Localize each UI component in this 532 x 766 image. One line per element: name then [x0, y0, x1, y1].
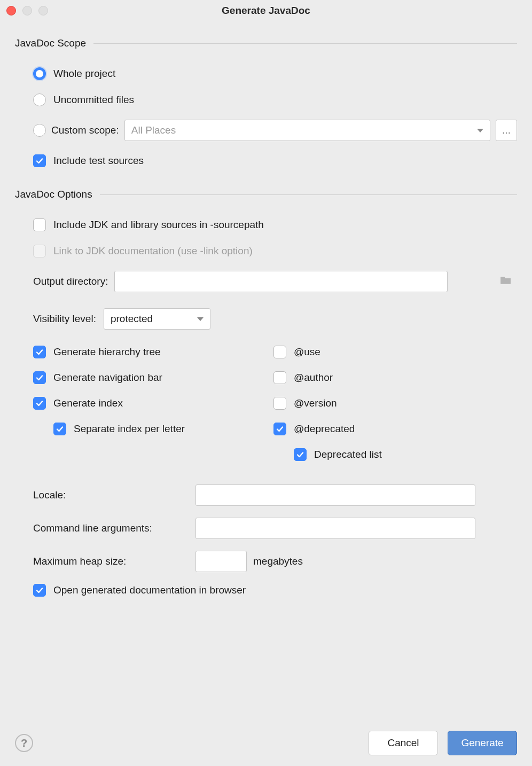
label-deprecated-list: Deprecated list: [314, 449, 382, 460]
custom-scope-more-button[interactable]: ...: [496, 120, 517, 141]
checkbox-deprecated-list[interactable]: [294, 448, 307, 461]
label-include-jdk-sources: Include JDK and library sources in -sour…: [53, 219, 264, 231]
label-visibility-level: Visibility level:: [33, 313, 96, 325]
ellipsis-icon: ...: [502, 124, 511, 136]
checkbox-deprecated[interactable]: [273, 423, 286, 435]
generate-button[interactable]: Generate: [448, 731, 517, 755]
label-whole-project: Whole project: [53, 68, 115, 80]
label-use: @use: [294, 346, 320, 358]
window-title: Generate JavaDoc: [0, 5, 532, 17]
visibility-level-value: protected: [111, 313, 153, 325]
label-uncommitted-files: Uncommitted files: [53, 94, 134, 106]
radio-custom-scope[interactable]: [33, 124, 46, 137]
custom-scope-combobox[interactable]: All Places: [124, 120, 490, 141]
label-generate-index: Generate index: [53, 397, 123, 409]
checkbox-open-in-browser[interactable]: [33, 584, 46, 597]
max-heap-size-input[interactable]: [195, 551, 247, 572]
label-deprecated: @deprecated: [294, 423, 355, 435]
checkbox-link-jdk-docs: [33, 245, 46, 257]
label-max-heap-size: Maximum heap size:: [33, 556, 189, 567]
chevron-down-icon: [477, 129, 483, 132]
help-icon: ?: [21, 737, 27, 749]
checkbox-include-jdk-sources[interactable]: [33, 218, 46, 231]
radio-uncommitted-files[interactable]: [33, 93, 46, 106]
checkbox-author[interactable]: [273, 371, 286, 384]
label-megabytes: megabytes: [253, 556, 303, 567]
label-locale: Locale:: [33, 489, 189, 501]
command-line-args-input[interactable]: [195, 518, 475, 539]
cancel-button-label: Cancel: [387, 737, 419, 749]
radio-whole-project[interactable]: [33, 67, 46, 80]
locale-input[interactable]: [195, 484, 475, 506]
label-custom-scope: Custom scope:: [51, 124, 119, 136]
section-title-scope: JavaDoc Scope: [15, 37, 86, 49]
checkbox-version[interactable]: [273, 397, 286, 410]
label-generate-hierarchy-tree: Generate hierarchy tree: [53, 346, 161, 358]
visibility-level-dropdown[interactable]: protected: [104, 308, 210, 330]
checkbox-generate-index[interactable]: [33, 397, 46, 410]
label-version: @version: [294, 397, 337, 409]
divider: [93, 43, 517, 44]
label-command-line-args: Command line arguments:: [33, 522, 189, 534]
chevron-down-icon: [197, 317, 204, 321]
checkbox-use[interactable]: [273, 346, 286, 358]
custom-scope-value: All Places: [131, 124, 176, 136]
output-directory-input[interactable]: [114, 271, 448, 292]
label-output-directory: Output directory:: [33, 276, 108, 287]
checkbox-generate-hierarchy-tree[interactable]: [33, 346, 46, 358]
folder-icon[interactable]: [500, 276, 512, 288]
label-separate-index: Separate index per letter: [74, 423, 185, 435]
generate-button-label: Generate: [461, 737, 503, 749]
label-author: @author: [294, 372, 333, 384]
section-title-options: JavaDoc Options: [15, 189, 92, 200]
cancel-button[interactable]: Cancel: [369, 731, 438, 755]
label-generate-navigation-bar: Generate navigation bar: [53, 372, 162, 384]
titlebar: Generate JavaDoc: [0, 0, 532, 21]
help-button[interactable]: ?: [15, 734, 33, 752]
checkbox-separate-index-per-letter[interactable]: [53, 423, 66, 435]
label-include-test-sources: Include test sources: [53, 155, 144, 167]
divider: [100, 194, 517, 195]
checkbox-generate-navigation-bar[interactable]: [33, 371, 46, 384]
label-open-in-browser: Open generated documentation in browser: [53, 584, 246, 596]
label-link-jdk-docs: Link to JDK documentation (use -link opt…: [53, 245, 253, 257]
checkbox-include-test-sources[interactable]: [33, 154, 46, 167]
